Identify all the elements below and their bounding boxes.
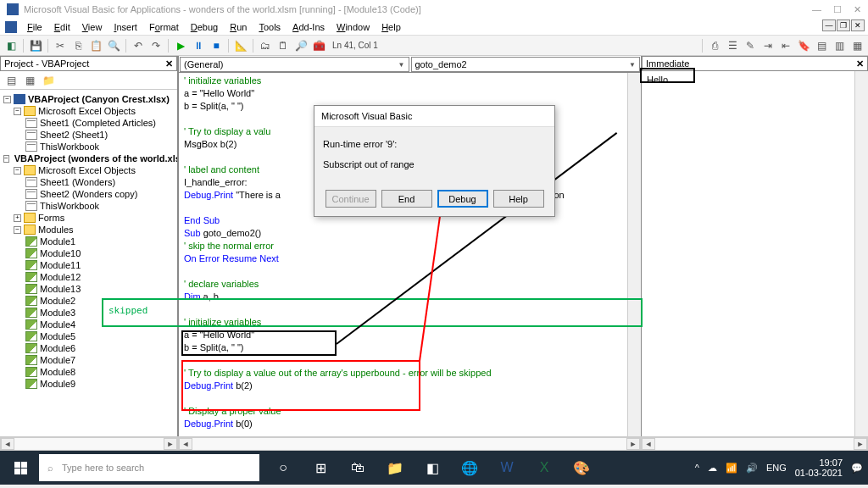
tb-icon-3[interactable]: ✎ [743, 38, 758, 53]
tb-icon-5[interactable]: ⇤ [778, 38, 793, 53]
code-scrollbar-v[interactable] [627, 73, 641, 436]
dialog-body: Run-time error '9': Subscript out of ran… [314, 127, 554, 185]
run-icon[interactable]: ▶ [173, 38, 188, 53]
menu-window[interactable]: Window [331, 20, 375, 34]
find-icon[interactable]: 🔍 [106, 38, 121, 53]
dialog-error-code: Run-time error '9': [323, 139, 546, 149]
dialog-buttons: Continue End Debug Help [314, 185, 554, 216]
menu-edit[interactable]: Edit [49, 20, 75, 34]
tb-icon-4[interactable]: ⇥ [760, 38, 776, 53]
search-icon: ⌕ [47, 463, 53, 473]
procedure-dropdown[interactable]: goto_demo2▼ [411, 57, 641, 72]
minimize-icon[interactable]: — [812, 4, 821, 15]
menu-insert[interactable]: Insert [108, 20, 142, 34]
start-button[interactable] [3, 451, 37, 485]
window-controls: — ☐ ✕ [812, 4, 861, 15]
project-scrollbar-h[interactable]: ◄► [0, 437, 178, 451]
project-close-icon[interactable]: ✕ [165, 58, 173, 69]
tb-icon-2[interactable]: ☰ [725, 38, 740, 53]
project-panel-tools: ▤ ▦ 📁 [0, 71, 177, 90]
cursor-position: Ln 41, Col 1 [332, 41, 378, 50]
object-browser-icon[interactable]: 🔎 [293, 38, 309, 53]
child-close-icon[interactable]: ✕ [851, 19, 865, 31]
tb-icon-1[interactable]: ⎙ [707, 38, 722, 53]
view-code-icon[interactable]: ▤ [3, 73, 19, 88]
system-tray: ^ ☁ 📶 🔊 ENG 19:07 01-03-2021 💬 [695, 458, 863, 478]
design-mode-icon[interactable]: 📐 [233, 38, 248, 53]
view-excel-icon[interactable]: ◧ [3, 38, 19, 53]
immediate-title: Immediate ✕ [642, 56, 868, 71]
word-icon[interactable]: W [488, 451, 526, 485]
edge-icon[interactable]: 🌐 [451, 451, 488, 485]
clock[interactable]: 19:07 01-03-2021 [795, 458, 843, 478]
continue-button: Continue [326, 190, 376, 208]
save-icon[interactable]: 💾 [28, 38, 43, 53]
excel-icon [5, 21, 17, 33]
taskview-icon[interactable]: ⊞ [302, 451, 339, 485]
statusbar: ◄► ◄► ◄► [0, 436, 868, 451]
cortana-icon[interactable]: ○ [264, 451, 302, 485]
tray-chevron-icon[interactable]: ^ [695, 463, 699, 473]
debug-button[interactable]: Debug [437, 190, 488, 208]
lang-indicator[interactable]: ENG [766, 463, 787, 473]
object-dropdown[interactable]: (General)▼ [180, 57, 409, 72]
menu-view[interactable]: View [77, 20, 108, 34]
menu-addins[interactable]: Add-Ins [287, 20, 330, 34]
end-button[interactable]: End [381, 190, 432, 208]
immediate-scrollbar-h[interactable]: ◄► [641, 437, 868, 451]
reset-icon[interactable]: ■ [209, 38, 224, 53]
project-explorer-icon[interactable]: 🗂 [258, 38, 273, 53]
excel-icon[interactable]: X [526, 451, 563, 485]
code-scrollbar-h[interactable]: ◄► [178, 437, 641, 451]
copy-icon[interactable]: ⎘ [70, 38, 86, 53]
redo-icon[interactable]: ↷ [148, 38, 164, 53]
cut-icon[interactable]: ✂ [53, 38, 68, 53]
tb-icon-9[interactable]: ▦ [849, 38, 865, 53]
paint-icon[interactable]: 🎨 [563, 451, 600, 485]
child-restore-icon[interactable]: ❐ [837, 19, 850, 31]
project-tree[interactable]: −VBAProject (Canyon Crest.xlsx) −Microso… [0, 90, 177, 436]
dialog-title: Microsoft Visual Basic [314, 106, 554, 127]
project-panel-title: Project - VBAProject ✕ [0, 56, 177, 71]
immediate-content[interactable]: Hello [642, 71, 868, 436]
menu-file[interactable]: File [22, 20, 47, 34]
toggle-folders-icon[interactable]: 📁 [41, 73, 56, 88]
menubar: File Edit View Insert Format Debug Run T… [0, 19, 868, 36]
menu-tools[interactable]: Tools [253, 20, 286, 34]
project-panel: Project - VBAProject ✕ ▤ ▦ 📁 −VBAProject… [0, 56, 178, 436]
close-icon[interactable]: ✕ [854, 4, 861, 15]
menu-run[interactable]: Run [225, 20, 252, 34]
title-text: Microsoft Visual Basic for Applications … [24, 4, 812, 14]
notifications-icon[interactable]: 💬 [851, 463, 863, 474]
child-minimize-icon[interactable]: — [822, 19, 836, 31]
vba-icon [7, 3, 19, 15]
break-icon[interactable]: ⏸ [191, 38, 206, 53]
menu-debug[interactable]: Debug [186, 20, 223, 34]
error-dialog: Microsoft Visual Basic Run-time error '9… [314, 105, 555, 217]
volume-icon[interactable]: 🔊 [746, 463, 758, 474]
taskbar-search[interactable]: ⌕ Type here to search [39, 454, 259, 481]
tb-icon-8[interactable]: ▥ [832, 38, 847, 53]
onedrive-icon[interactable]: ☁ [708, 463, 717, 474]
explorer-icon[interactable]: 📁 [376, 451, 414, 485]
immediate-close-icon[interactable]: ✕ [856, 58, 864, 69]
view-object-icon[interactable]: ▦ [22, 73, 37, 88]
toolbox-icon[interactable]: 🧰 [311, 38, 326, 53]
paste-icon[interactable]: 📋 [88, 38, 103, 53]
menu-help[interactable]: Help [376, 20, 406, 34]
properties-icon[interactable]: 🗒 [275, 38, 291, 53]
menu-format[interactable]: Format [144, 20, 184, 34]
immediate-panel: Immediate ✕ Hello [641, 56, 868, 436]
store-icon[interactable]: 🛍 [339, 451, 376, 485]
app-icon-1[interactable]: ◧ [414, 451, 451, 485]
immediate-scrollbar-v[interactable] [854, 71, 868, 436]
annotation-skipped-label: skipped [108, 305, 147, 316]
code-dropdowns: (General)▼ goto_demo2▼ [179, 56, 641, 73]
maximize-icon[interactable]: ☐ [833, 4, 842, 15]
wifi-icon[interactable]: 📶 [726, 463, 737, 474]
tb-icon-7[interactable]: ▤ [814, 38, 829, 53]
undo-icon[interactable]: ↶ [131, 38, 146, 53]
dialog-error-msg: Subscript out of range [323, 159, 546, 169]
help-button[interactable]: Help [493, 190, 544, 208]
tb-icon-6[interactable]: 🔖 [796, 38, 811, 53]
